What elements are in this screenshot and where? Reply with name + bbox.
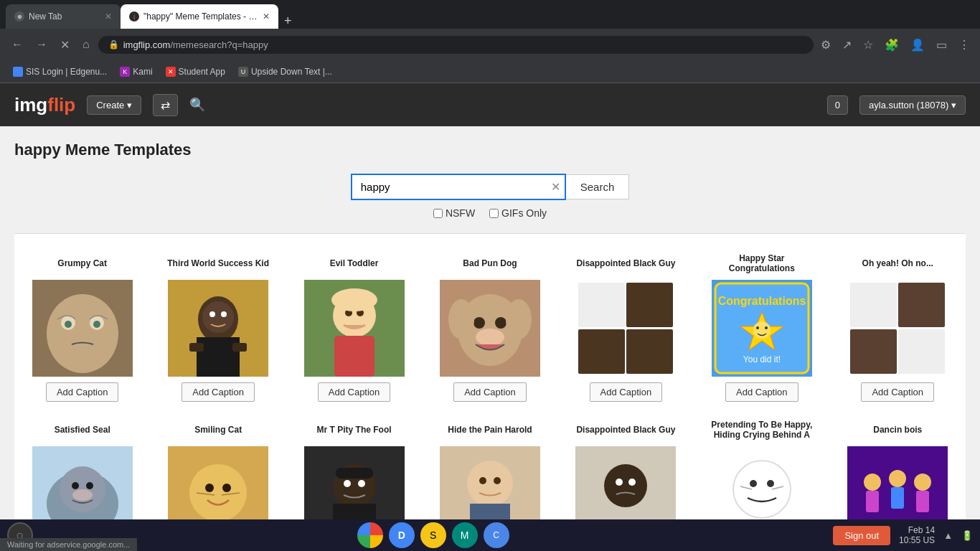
add-caption-grumpy-cat[interactable]: Add Caption — [46, 382, 119, 402]
meme-img-third-world[interactable] — [168, 280, 268, 377]
add-caption-oh-yeah[interactable]: Add Caption — [861, 382, 934, 402]
svg-point-45 — [205, 484, 214, 492]
search-clear-icon[interactable]: ✕ — [551, 180, 560, 194]
meme-img-happy-star[interactable]: Congratulations You did it! — [712, 280, 812, 377]
bookmark-favicon-upside: U — [238, 67, 248, 77]
taskbar-app-meet[interactable]: M — [452, 522, 478, 548]
docs-icon: D — [398, 529, 405, 541]
url-path: /memesearch?q=happy — [170, 39, 268, 50]
add-caption-bad-pun-dog[interactable]: Add Caption — [453, 382, 527, 402]
bookmark-favicon-student: ✕ — [166, 67, 176, 77]
svg-point-1 — [47, 294, 118, 373]
tab-title-1: New Tab — [29, 11, 100, 22]
url-base: imgflip.com — [123, 39, 171, 50]
sheets-icon: S — [430, 529, 436, 541]
bookmark-favicon-kami: K — [120, 67, 130, 77]
meme-image-grumpy-cat — [32, 280, 133, 377]
tab-imgflip[interactable]: i "happy" Meme Templates - Imgf... ✕ — [121, 4, 278, 29]
extensions-icon[interactable]: ⚙ — [818, 35, 834, 55]
header-search-icon[interactable]: 🔍 — [189, 97, 205, 113]
user-chevron-icon: ▾ — [951, 100, 956, 110]
meme-image-disappointed1 — [575, 280, 676, 377]
svg-point-66 — [750, 480, 757, 487]
taskbar-app-chrome[interactable] — [357, 522, 383, 548]
meme-name-evil-toddler: Evil Toddler — [330, 253, 379, 274]
meme-card-happy-star: Happy Star Congratulations Congratulatio… — [694, 245, 829, 412]
tab-close-2[interactable]: ✕ — [263, 11, 270, 22]
user-menu[interactable]: ayla.sutton (18078) ▾ — [859, 95, 966, 115]
svg-point-46 — [222, 484, 231, 492]
bookmark-kami[interactable]: K Kami — [114, 65, 158, 79]
search-button[interactable]: Search — [566, 174, 630, 199]
meme-img-bad-pun-dog[interactable] — [440, 280, 540, 377]
add-caption-disappointed1[interactable]: Add Caption — [590, 382, 663, 402]
sidebar-icon[interactable]: ▭ — [933, 35, 950, 55]
puzzle-icon[interactable]: 🧩 — [882, 35, 902, 55]
meme-name-dancin: Dancin bois — [873, 419, 922, 441]
svg-text:You did it!: You did it! — [743, 354, 781, 364]
meme-card-evil-toddler: Evil Toddler — [286, 245, 422, 412]
taskbar-apps: D S M C — [33, 522, 833, 548]
signout-button[interactable]: Sign out — [833, 526, 890, 545]
meet-icon: M — [461, 529, 469, 541]
gifs-option[interactable]: GIFs Only — [489, 207, 547, 219]
search-input[interactable] — [351, 174, 566, 200]
meme-card-third-world: Third World Success Kid — [150, 245, 286, 412]
svg-point-67 — [767, 480, 774, 487]
svg-point-52 — [344, 480, 351, 487]
share-icon[interactable]: ↗ — [839, 35, 854, 55]
add-caption-third-world[interactable]: Add Caption — [182, 382, 255, 402]
svg-point-4 — [65, 321, 72, 328]
forward-button[interactable]: → — [32, 35, 52, 54]
status-text: Waiting for adservice.google.com... — [7, 540, 130, 549]
taskbar-app-classroom[interactable]: C — [484, 522, 509, 548]
url-display: imgflip.com/memesearch?q=happy — [123, 39, 268, 50]
meme-img-evil-toddler[interactable] — [304, 280, 405, 377]
bookmark-label-sis: SIS Login | Edgenu... — [26, 67, 107, 77]
svg-point-61 — [604, 464, 647, 507]
svg-rect-74 — [866, 491, 879, 512]
meme-image-bad-pun-dog — [440, 280, 540, 377]
battery-icon: 🔋 — [961, 530, 973, 541]
wifi-icon: ▲ — [943, 530, 953, 541]
reload-button[interactable]: ✕ — [56, 35, 74, 55]
svg-point-33 — [765, 326, 768, 329]
meme-card-grumpy-cat: Grumpy Cat — [14, 245, 150, 412]
bookmark-sis[interactable]: SIS Login | Edgenu... — [7, 65, 113, 79]
create-button[interactable]: Create ▾ — [87, 95, 141, 115]
taskbar-app-docs[interactable]: D — [389, 522, 415, 548]
tab-favicon-2: i — [129, 11, 139, 22]
profile-icon[interactable]: 👤 — [908, 35, 928, 55]
tab-close-1[interactable]: ✕ — [105, 11, 112, 22]
gifs-checkbox[interactable] — [489, 209, 499, 218]
shuffle-button[interactable]: ⇄ — [153, 94, 178, 116]
meme-name-grumpy-cat: Grumpy Cat — [57, 253, 107, 274]
menu-icon[interactable]: ⋮ — [956, 35, 973, 55]
svg-point-31 — [753, 321, 771, 339]
add-caption-evil-toddler[interactable]: Add Caption — [318, 382, 391, 402]
add-caption-happy-star[interactable]: Add Caption — [725, 382, 798, 402]
back-button[interactable]: ← — [7, 35, 27, 54]
bookmark-upside[interactable]: U Upside Down Text |... — [232, 65, 338, 79]
meme-image-evil-toddler — [304, 280, 405, 377]
meme-img-disappointed1[interactable] — [575, 280, 676, 377]
taskbar-app-sheets[interactable]: S — [420, 522, 446, 548]
site-logo[interactable]: imgflip — [14, 94, 75, 116]
site-header: imgflip Create ▾ ⇄ 🔍 0 ayla.sutton (1807… — [0, 83, 980, 126]
search-row: ✕ Search — [351, 174, 630, 200]
svg-point-40 — [72, 489, 93, 501]
home-button[interactable]: ⌂ — [78, 35, 94, 54]
address-bar[interactable]: 🔒 imgflip.com/memesearch?q=happy — [98, 36, 814, 54]
meme-img-oh-yeah[interactable] — [847, 280, 948, 377]
bookmark-icon[interactable]: ☆ — [860, 35, 876, 55]
nsfw-label: NSFW — [446, 207, 475, 219]
meme-img-grumpy-cat[interactable] — [32, 280, 133, 377]
nsfw-option[interactable]: NSFW — [433, 207, 475, 219]
svg-point-19 — [331, 288, 377, 311]
svg-point-63 — [628, 479, 636, 486]
new-tab-button[interactable]: + — [278, 14, 298, 29]
nsfw-checkbox[interactable] — [433, 209, 443, 218]
bookmark-favicon-sis — [13, 67, 23, 77]
bookmark-student[interactable]: ✕ Student App — [160, 65, 231, 79]
tab-new-tab[interactable]: ⊕ New Tab ✕ — [6, 4, 121, 29]
